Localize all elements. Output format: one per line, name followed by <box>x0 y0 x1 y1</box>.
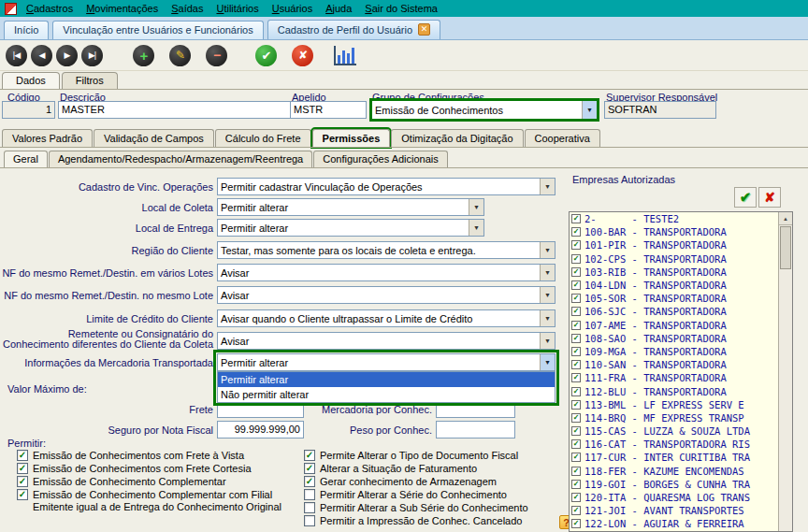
menu-item-cadastros[interactable]: Cadastros <box>20 2 79 15</box>
edit-button[interactable]: ✎ <box>169 45 191 66</box>
tab-otimizacao-da-digitacao[interactable]: Otimização da Digitação <box>391 129 523 147</box>
checkbox[interactable]: ✓ <box>571 347 581 356</box>
menu-item-saidas[interactable]: Saídas <box>165 2 209 15</box>
tab-calculo-do-frete[interactable]: Cálculo do Frete <box>215 129 311 147</box>
dropdown-option-nao-permitir-alterar[interactable]: Não permitir alterar <box>218 387 555 402</box>
chevron-down-icon[interactable]: ▼ <box>540 354 555 370</box>
limite-de-credito-do-cliente-combo[interactable]: Avisar quando o Cliente ultrapassar o Li… <box>217 309 556 327</box>
tab-vinculacao-entre-usuarios-e-funcionarios[interactable]: Vinculação entre Usuários e Funcionários <box>52 21 263 39</box>
empresa-item[interactable]: ✓103-RIB - TRANSPORTADORA <box>570 266 778 279</box>
checkbox[interactable]: ✓ <box>571 387 581 396</box>
scroll-thumb[interactable] <box>780 226 791 269</box>
first-record-button[interactable]: |◀ <box>6 45 27 66</box>
checkbox-row-alterar-a-situacao-de-faturamento[interactable]: ✓Alterar a Situação de Faturamento <box>304 463 573 475</box>
checkbox[interactable]: ✓ <box>304 450 315 461</box>
close-tab-icon[interactable]: ✕ <box>418 23 430 36</box>
checkbox[interactable]: ✓ <box>571 413 581 423</box>
menu-item-utilitarios[interactable]: Utilitários <box>209 2 265 15</box>
checkbox[interactable]: ✓ <box>571 506 581 515</box>
checkbox[interactable]: ✓ <box>571 334 581 343</box>
checkbox-row-emissao-de-conhecimento-complementar[interactable]: ✓Emissão de Conhecimento Complementar <box>17 476 297 488</box>
checkbox[interactable]: ✓ <box>571 467 581 476</box>
descricao-field[interactable]: MASTER <box>58 101 292 119</box>
empresa-item[interactable]: ✓109-MGA - TRANSPORTADORA <box>570 345 778 358</box>
chevron-down-icon[interactable]: ▼ <box>540 333 555 349</box>
checkbox[interactable]: ✓ <box>571 439 581 449</box>
seguro-field[interactable]: 99.999.999,00 <box>217 421 304 439</box>
nf-do-mesmo-remet-destin-no-mesmo-lote-combo[interactable]: Avisar▼ <box>217 286 556 304</box>
empresas-scrollbar[interactable]: ▲ <box>778 212 792 531</box>
tab-permissoes[interactable]: Permissões <box>312 129 391 147</box>
chevron-down-icon[interactable]: ▼ <box>582 101 597 119</box>
chevron-down-icon[interactable]: ▼ <box>540 179 555 194</box>
insert-button[interactable]: + <box>133 45 154 66</box>
empresa-item[interactable]: ✓106-SJC - TRANSPORTADORA <box>570 305 778 318</box>
checkbox[interactable]: ✓ <box>571 373 581 382</box>
checkbox[interactable]: ✓ <box>304 463 315 474</box>
empresa-item[interactable]: ✓113-BML - LF EXPRESS SERV E <box>570 398 778 411</box>
checkbox-row-permitir-alterar-a-serie-do-conhecimento[interactable]: Permitir Alterar a Série do Conhecimento <box>304 489 573 501</box>
checkbox-row-permite-alterar-o-tipo-de-documento-fiscal[interactable]: ✓Permite Alterar o Tipo de Documento Fis… <box>304 450 573 462</box>
tab-cadastro-de-perfil-do-usuario[interactable]: Cadastro de Perfil do Usuário✕ <box>267 20 440 39</box>
empresas-check-all-button[interactable]: ✔ <box>734 187 757 208</box>
checkbox[interactable]: ✓ <box>571 254 581 264</box>
local-de-entrega-combo[interactable]: Permitir alterar▼ <box>217 219 484 237</box>
next-record-button[interactable]: ▶ <box>56 45 78 66</box>
empresa-item[interactable]: ✓2- - TESTE2 <box>570 212 778 225</box>
empresa-item[interactable]: ✓107-AME - TRANSPORTADORA <box>570 319 778 332</box>
tab-filtros[interactable]: Filtros <box>62 72 118 90</box>
checkbox[interactable]: ✓ <box>571 307 581 316</box>
chevron-down-icon[interactable]: ▼ <box>540 242 555 258</box>
empresa-item[interactable]: ✓105-SOR - TRANSPORTADORA <box>570 292 778 305</box>
checkbox[interactable]: ✓ <box>17 476 28 487</box>
checkbox[interactable]: ✓ <box>571 294 581 303</box>
chevron-down-icon[interactable]: ▼ <box>469 220 483 236</box>
apelido-field[interactable]: MSTR <box>290 101 367 119</box>
empresa-item[interactable]: ✓122-LON - AGUIAR & FERREIRA <box>570 517 778 530</box>
empresa-item[interactable]: ✓112-BLU - TRANSPORTADORA <box>570 384 778 397</box>
checkbox[interactable] <box>304 489 315 500</box>
empresa-item[interactable]: ✓102-CPS - TRANSPORTADORA <box>570 252 778 266</box>
tab-valores-padrao[interactable]: Valores Padrão <box>2 129 93 147</box>
checkbox-row-gerar-conhecimento-de-armazenagem[interactable]: ✓Gerar conhecimento de Armazenagem <box>304 476 573 488</box>
chevron-down-icon[interactable]: ▼ <box>540 287 555 303</box>
codigo-field[interactable]: 1 <box>2 101 55 119</box>
empresa-item[interactable]: ✓120-ITA - QUARESMA LOG TRANS <box>570 491 778 504</box>
empresa-item[interactable]: ✓100-BAR - TRANSPORTADORA <box>570 225 778 238</box>
menu-item-usuarios[interactable]: Usuários <box>266 2 319 15</box>
grupo-configuracoes-combo[interactable]: Emissão de Conhecimentos ▼ <box>372 101 597 119</box>
empresa-item[interactable]: ✓115-CAS - LUZZA & SOUZA LTDA <box>570 424 778 438</box>
checkbox[interactable]: ✓ <box>17 463 28 474</box>
checkbox[interactable] <box>304 502 315 513</box>
bar-chart-icon[interactable] <box>334 46 356 65</box>
tab-agendamento-redespacho-armazenagem-reentrega[interactable]: Agendamento/Redespacho/Armazenagem/Reent… <box>49 151 312 167</box>
checkbox-row-emissao-de-conhecimentos-com-frete-cortesi[interactable]: ✓Emissão de Conhecimentos com Frete Cort… <box>17 463 297 475</box>
checkbox[interactable]: ✓ <box>571 453 581 462</box>
cancel-button[interactable]: ✘ <box>292 45 313 66</box>
supervisor-field[interactable]: SOFTRAN <box>604 101 716 119</box>
checkbox[interactable]: ✓ <box>571 493 581 502</box>
local-de-coleta-combo[interactable]: Permitir alterar▼ <box>217 198 484 216</box>
checkbox[interactable]: ✓ <box>17 489 28 500</box>
empresa-item[interactable]: ✓121-JOI - AVANT TRANSPORTES <box>570 504 778 517</box>
chevron-down-icon[interactable]: ▼ <box>469 199 483 215</box>
dropdown-option-permitir-alterar[interactable]: Permitir alterar <box>218 372 555 387</box>
tab-cooperativa[interactable]: Cooperativa <box>525 129 600 147</box>
scroll-up-icon[interactable]: ▲ <box>779 212 792 225</box>
last-record-button[interactable]: ▶| <box>81 45 103 66</box>
tab-geral[interactable]: Geral <box>4 151 48 167</box>
checkbox-row-emissao-de-conhecimentos-com-frete-a-vista[interactable]: ✓Emissão de Conhecimentos com Frete à Vi… <box>17 450 297 462</box>
checkbox[interactable]: ✓ <box>571 321 581 330</box>
menu-item-movimentacoes[interactable]: Movimentações <box>79 2 165 15</box>
checkbox[interactable]: ✓ <box>571 267 581 277</box>
tab-validacao-de-campos[interactable]: Validação de Campos <box>94 129 214 147</box>
menu-item-ajuda[interactable]: Ajuda <box>319 2 358 15</box>
checkbox-row-permitir-a-impressao-de-conhec-cancelado[interactable]: Permitir a Impressão de Conhec. Cancelad… <box>304 515 573 529</box>
checkbox[interactable]: ✓ <box>571 227 581 237</box>
menu-item-sair-do-sistema[interactable]: Sair do Sistema <box>358 2 444 15</box>
informacoes-da-mercadoria-transportada-combo[interactable]: Permitir alterar▼ <box>217 353 556 371</box>
empresas-clear-all-button[interactable]: ✘ <box>758 187 781 208</box>
checkbox[interactable] <box>304 515 315 526</box>
prior-record-button[interactable]: ◀ <box>31 45 52 66</box>
checkbox[interactable]: ✓ <box>571 426 581 436</box>
